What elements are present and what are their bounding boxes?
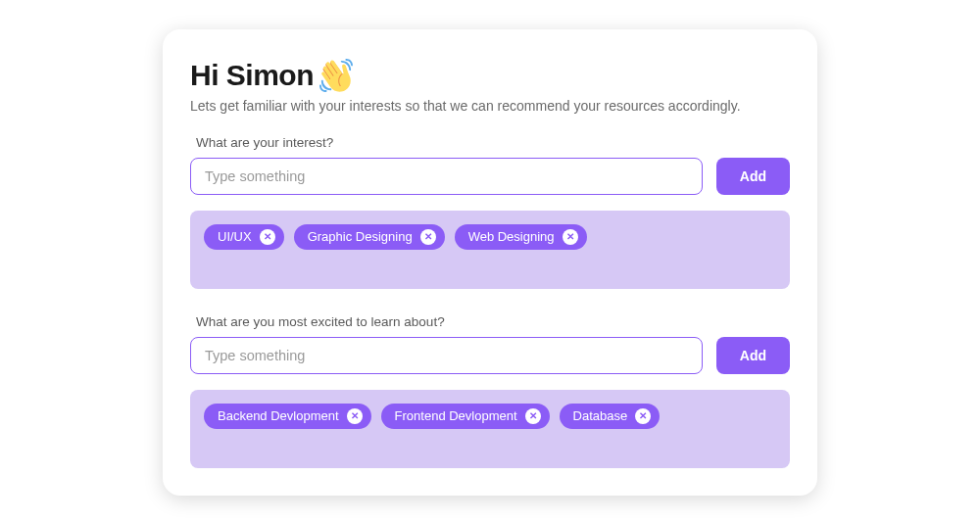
excited-section: What are you most excited to learn about… xyxy=(190,314,790,468)
interests-add-button[interactable]: Add xyxy=(716,158,790,195)
header: Hi Simon xyxy=(190,59,790,92)
chip: Database ✕ xyxy=(560,404,661,429)
excited-label: What are you most excited to learn about… xyxy=(196,314,790,329)
excited-chips: Backend Devlopment ✕ Frontend Devlopment… xyxy=(190,390,790,468)
page-title: Hi Simon xyxy=(190,59,314,92)
close-icon[interactable]: ✕ xyxy=(635,408,651,424)
excited-input-row: Add xyxy=(190,337,790,374)
chip-label: Backend Devlopment xyxy=(218,408,339,423)
close-icon[interactable]: ✕ xyxy=(260,229,275,245)
chip: Backend Devlopment ✕ xyxy=(204,404,371,429)
chip-label: Web Designing xyxy=(468,229,555,244)
interests-input[interactable] xyxy=(190,158,703,195)
interests-label: What are your interest? xyxy=(196,135,790,150)
chip-label: Graphic Designing xyxy=(308,229,413,244)
chip-label: UI/UX xyxy=(218,229,252,244)
close-icon[interactable]: ✕ xyxy=(525,408,541,424)
chip: Frontend Devlopment ✕ xyxy=(381,404,550,429)
excited-input[interactable] xyxy=(190,337,703,374)
chip: UI/UX ✕ xyxy=(204,224,284,250)
chip-label: Frontend Devlopment xyxy=(395,408,517,423)
close-icon[interactable]: ✕ xyxy=(420,229,436,245)
interests-section: What are your interest? Add UI/UX ✕ Grap… xyxy=(190,135,790,289)
close-icon[interactable]: ✕ xyxy=(563,229,578,245)
excited-add-button[interactable]: Add xyxy=(716,337,790,374)
interests-chips: UI/UX ✕ Graphic Designing ✕ Web Designin… xyxy=(190,211,790,289)
page-subtitle: Lets get familiar with your interests so… xyxy=(190,98,790,114)
wave-hand-icon xyxy=(319,59,353,92)
onboarding-card: Hi Simon Lets get familiar with your int… xyxy=(163,29,817,496)
interests-input-row: Add xyxy=(190,158,790,195)
close-icon[interactable]: ✕ xyxy=(347,408,363,424)
chip: Graphic Designing ✕ xyxy=(294,224,445,250)
chip: Web Designing ✕ xyxy=(455,224,587,250)
chip-label: Database xyxy=(573,408,628,423)
